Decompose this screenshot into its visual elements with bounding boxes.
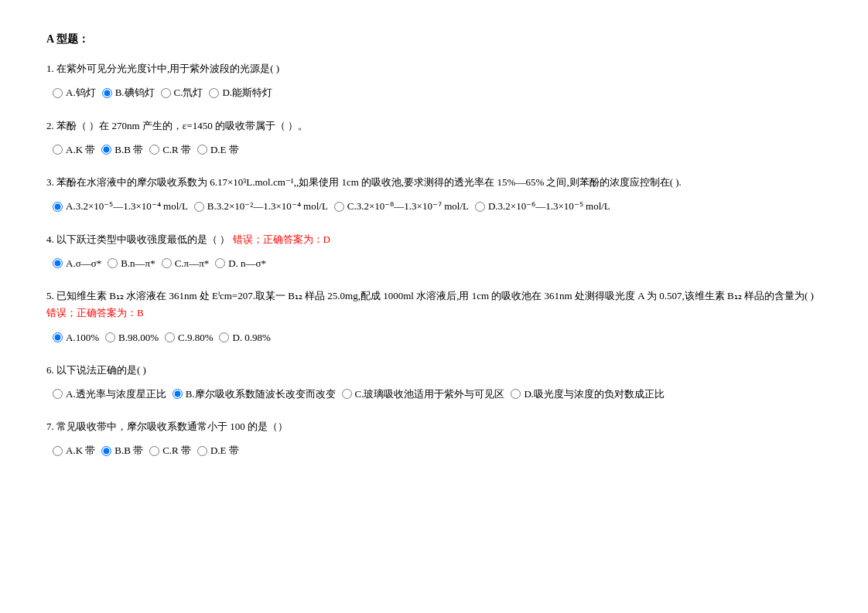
question-text-7: 7. 常见吸收带中，摩尔吸收系数通常小于 100 的是（） [46, 418, 822, 435]
radio-q3-3[interactable] [475, 202, 485, 212]
question-4: 4. 以下跃迁类型中吸收强度最低的是（ ） 错误；正确答案为：DA.σ—σ*B.… [46, 231, 822, 272]
question-number: 1. 在紫外可见分光光度计中,用于紫外波段的光源是( ) [46, 63, 279, 74]
option-item: A.σ—σ* [53, 254, 101, 272]
option-item: D.能斯特灯 [209, 83, 272, 101]
question-text-6: 6. 以下说法正确的是( ) [46, 362, 822, 379]
radio-q1-1[interactable] [102, 88, 112, 98]
option-item: D.E 带 [197, 141, 239, 158]
radio-q5-2[interactable] [165, 332, 175, 342]
options-row-1: A.钨灯B.碘钨灯C.氘灯D.能斯特灯 [46, 83, 822, 101]
radio-q4-1[interactable] [108, 258, 118, 268]
option-label: C.玻璃吸收池适用于紫外与可见区 [355, 385, 505, 403]
question-6: 6. 以下说法正确的是( )A.透光率与浓度星正比B.摩尔吸收系数随波长改变而改… [46, 362, 822, 403]
option-item: B.n—π* [108, 254, 155, 272]
radio-q6-0[interactable] [53, 389, 63, 399]
section-title: A 型题： [46, 31, 822, 48]
option-label: C.氘灯 [174, 83, 203, 101]
radio-q1-3[interactable] [209, 88, 219, 98]
radio-q5-3[interactable] [219, 332, 229, 342]
option-item: C.R 带 [149, 441, 191, 459]
radio-q4-0[interactable] [53, 258, 63, 268]
options-row-6: A.透光率与浓度星正比B.摩尔吸收系数随波长改变而改变C.玻璃吸收池适用于紫外与… [46, 385, 822, 403]
options-row-7: A.K 带B.B 带C.R 带D.E 带 [46, 441, 822, 459]
option-item: D. n—σ* [215, 254, 266, 272]
option-label: D.吸光度与浓度的负对数成正比 [524, 385, 665, 403]
error-note: 错误；正确答案为：B [46, 307, 144, 318]
option-label: B.3.2×10⁻²—1.3×10⁻⁴ mol/L [207, 197, 328, 215]
option-item: C.π—π* [162, 254, 210, 272]
radio-q6-3[interactable] [511, 389, 521, 399]
option-item: A.K 带 [53, 441, 95, 459]
option-label: D. 0.98% [232, 329, 270, 346]
radio-q6-1[interactable] [173, 389, 183, 399]
options-row-5: A.100%B.98.00%C.9.80%D. 0.98% [46, 329, 822, 346]
option-label: C.R 带 [162, 441, 191, 459]
option-label: B.B 带 [114, 441, 143, 459]
option-item: B.98.00% [105, 329, 159, 346]
option-label: A.K 带 [66, 441, 95, 459]
option-label: A.透光率与浓度星正比 [66, 385, 166, 403]
option-label: C.π—π* [175, 254, 210, 272]
radio-q6-2[interactable] [342, 389, 352, 399]
question-1: 1. 在紫外可见分光光度计中,用于紫外波段的光源是( )A.钨灯B.碘钨灯C.氘… [46, 60, 822, 101]
question-3: 3. 苯酚在水溶液中的摩尔吸收系数为 6.17×10³L.mol.cm⁻¹,,如… [46, 174, 822, 215]
radio-q1-0[interactable] [53, 88, 63, 98]
question-number: 6. 以下说法正确的是( ) [46, 364, 146, 376]
option-item: B.B 带 [101, 141, 143, 158]
option-item: B.3.2×10⁻²—1.3×10⁻⁴ mol/L [194, 197, 328, 215]
question-7: 7. 常见吸收带中，摩尔吸收系数通常小于 100 的是（）A.K 带B.B 带C… [46, 418, 822, 459]
radio-q2-1[interactable] [101, 145, 111, 155]
option-item: C.9.80% [165, 329, 214, 346]
option-label: B.98.00% [118, 329, 159, 346]
option-label: B.摩尔吸收系数随波长改变而改变 [186, 385, 336, 403]
radio-q2-3[interactable] [197, 145, 207, 155]
radio-q3-1[interactable] [194, 202, 204, 212]
option-label: B.n—π* [121, 254, 155, 272]
option-item: B.摩尔吸收系数随波长改变而改变 [173, 385, 336, 403]
option-label: D.能斯特灯 [222, 83, 272, 101]
options-row-3: A.3.2×10⁻⁵—1.3×10⁻⁴ mol/LB.3.2×10⁻²—1.3×… [46, 197, 822, 215]
radio-q4-3[interactable] [215, 258, 225, 268]
option-label: A.σ—σ* [66, 254, 101, 272]
option-label: A.3.2×10⁻⁵—1.3×10⁻⁴ mol/L [66, 197, 188, 215]
option-item: A.钨灯 [53, 83, 96, 101]
radio-q2-2[interactable] [149, 145, 159, 155]
option-item: B.碘钨灯 [102, 83, 155, 101]
option-label: C.3.2×10⁻⁸—1.3×10⁻⁷ mol/L [347, 197, 469, 215]
option-item: C.氘灯 [161, 83, 203, 101]
option-item: D.E 带 [197, 441, 239, 459]
question-number: 2. 苯酚（ ）在 270nm 产生的，ε=1450 的吸收带属于（ ）。 [46, 120, 308, 131]
radio-q4-2[interactable] [162, 258, 172, 268]
option-label: A.钨灯 [66, 83, 96, 101]
question-text-1: 1. 在紫外可见分光光度计中,用于紫外波段的光源是( ) [46, 60, 822, 77]
radio-q2-0[interactable] [53, 145, 63, 155]
radio-q3-0[interactable] [53, 202, 63, 212]
option-item: C.3.2×10⁻⁸—1.3×10⁻⁷ mol/L [334, 197, 469, 215]
radio-q7-2[interactable] [149, 446, 159, 456]
option-item: A.100% [53, 329, 99, 346]
radio-q1-2[interactable] [161, 88, 171, 98]
option-label: D.E 带 [210, 441, 239, 459]
question-text-2: 2. 苯酚（ ）在 270nm 产生的，ε=1450 的吸收带属于（ ）。 [46, 117, 822, 135]
radio-q7-0[interactable] [53, 446, 63, 456]
option-item: C.R 带 [149, 141, 191, 158]
option-label: D.E 带 [210, 141, 239, 158]
radio-q5-0[interactable] [53, 332, 63, 342]
radio-q3-2[interactable] [334, 202, 344, 212]
question-text-3: 3. 苯酚在水溶液中的摩尔吸收系数为 6.17×10³L.mol.cm⁻¹,,如… [46, 174, 822, 191]
option-label: D.3.2×10⁻⁶—1.3×10⁻⁵ mol/L [488, 197, 610, 215]
question-text-5: 5. 已知维生素 B₁₂ 水溶液在 361nm 处 Eˡcm=207.取某一 B… [46, 288, 822, 322]
option-label: B.B 带 [114, 141, 143, 158]
option-item: D.3.2×10⁻⁶—1.3×10⁻⁵ mol/L [475, 197, 610, 215]
option-label: C.9.80% [178, 329, 214, 346]
radio-q7-1[interactable] [101, 446, 111, 456]
radio-q5-1[interactable] [105, 332, 115, 342]
option-label: A.100% [66, 329, 99, 346]
option-item: A.3.2×10⁻⁵—1.3×10⁻⁴ mol/L [53, 197, 188, 215]
question-number: 5. 已知维生素 B₁₂ 水溶液在 361nm 处 Eˡcm=207.取某一 B… [46, 290, 814, 301]
option-item: B.B 带 [101, 441, 143, 459]
question-number: 4. 以下跃迁类型中吸收强度最低的是（ ） [46, 233, 230, 245]
question-number: 3. 苯酚在水溶液中的摩尔吸收系数为 6.17×10³L.mol.cm⁻¹,,如… [46, 176, 682, 188]
radio-q7-3[interactable] [197, 446, 207, 456]
option-item: C.玻璃吸收池适用于紫外与可见区 [342, 385, 505, 403]
